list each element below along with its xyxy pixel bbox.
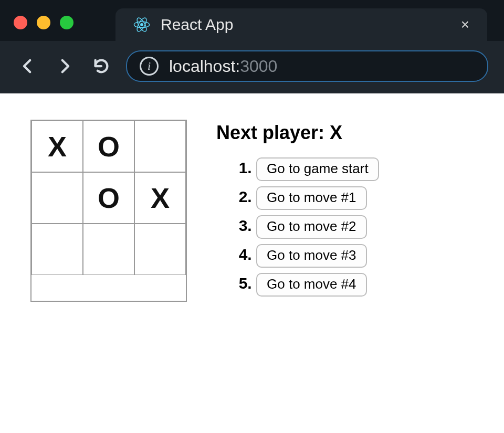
move-history-item: Go to move #2 [256,215,379,239]
tab-strip: React App × [0,0,504,41]
tic-tac-toe-board: X O O X [30,120,187,302]
board-cell-7[interactable] [83,224,134,275]
forward-button[interactable] [52,54,77,78]
goto-move-button[interactable]: Go to move #4 [256,273,367,297]
url-host: localhost: [169,57,240,76]
game-status: Next player: X [216,122,379,144]
browser-tab[interactable]: React App × [116,8,487,41]
board-cell-1[interactable]: O [83,121,134,172]
move-history-item: Go to move #4 [256,273,379,297]
move-history-item: Go to game start [256,157,379,181]
svg-point-0 [140,23,143,26]
board-cell-5[interactable]: X [134,172,186,224]
move-history-item: Go to move #1 [256,186,379,210]
browser-toolbar: i localhost:3000 [0,41,504,93]
board-cell-8[interactable] [134,224,186,275]
maximize-window-button[interactable] [60,16,74,29]
board-cell-4[interactable]: O [83,172,134,224]
board-cell-2[interactable] [134,121,186,172]
goto-move-button[interactable]: Go to game start [256,157,379,181]
site-info-icon[interactable]: i [140,57,159,76]
window-controls [14,16,74,29]
goto-move-button[interactable]: Go to move #1 [256,186,367,210]
tab-title: React App [161,16,450,34]
url-text: localhost:3000 [169,57,277,76]
move-history-list: Go to game start Go to move #1 Go to mov… [216,157,379,297]
goto-move-button[interactable]: Go to move #3 [256,244,367,268]
board-cell-0[interactable]: X [32,121,83,172]
react-logo-icon [133,16,150,33]
url-port: 3000 [240,57,277,76]
board-cell-3[interactable] [32,172,83,224]
page-content: X O O X Next player: X Go to game start … [0,93,504,328]
address-bar[interactable]: i localhost:3000 [126,50,488,82]
move-history-item: Go to move #3 [256,244,379,268]
back-button[interactable] [16,54,40,78]
reload-button[interactable] [89,54,113,78]
close-tab-icon[interactable]: × [461,16,469,33]
browser-chrome: React App × i localhost:3000 [0,0,504,93]
minimize-window-button[interactable] [37,16,50,29]
board-cell-6[interactable] [32,224,83,275]
goto-move-button[interactable]: Go to move #2 [256,215,367,239]
game-info: Next player: X Go to game start Go to mo… [216,120,379,302]
close-window-button[interactable] [14,16,27,29]
